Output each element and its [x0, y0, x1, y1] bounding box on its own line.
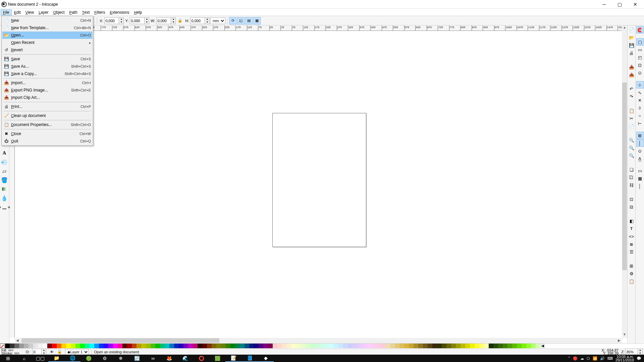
group-icon[interactable]: ⊡	[628, 195, 635, 203]
color-swatch[interactable]	[273, 344, 277, 348]
vertical-scrollbar[interactable]: ▲ ▼	[622, 25, 627, 338]
color-swatch[interactable]	[202, 344, 207, 348]
tray-wifi-icon[interactable]: 📶	[593, 356, 597, 361]
menu-extensions[interactable]: Extensions	[107, 9, 131, 15]
color-swatch[interactable]	[531, 344, 536, 348]
color-swatch[interactable]	[428, 344, 432, 348]
color-swatch[interactable]	[169, 344, 174, 348]
color-swatch[interactable]	[334, 344, 338, 348]
snap-others-icon[interactable]: ⊞	[636, 132, 644, 139]
x-input[interactable]: ▲▼	[104, 17, 124, 24]
undo-icon[interactable]: ↶	[628, 85, 635, 93]
task-view-button[interactable]: ▢▢	[32, 355, 48, 362]
clone-icon[interactable]: ⿻	[628, 174, 635, 181]
color-swatch[interactable]	[240, 344, 245, 348]
w-input[interactable]: ▲▼	[156, 17, 176, 24]
color-swatch[interactable]	[442, 344, 446, 348]
color-swatch[interactable]	[287, 344, 291, 348]
color-swatch[interactable]	[207, 344, 212, 348]
color-swatch[interactable]	[310, 344, 315, 348]
color-swatch[interactable]	[14, 344, 19, 348]
tray-app-icon[interactable]: 🔴	[573, 356, 578, 361]
minimize-button[interactable]: ─	[597, 1, 612, 8]
menu-filters[interactable]: Filters	[92, 9, 107, 15]
clock[interactable]: 10:05 a.m. 29/11/2019	[615, 355, 634, 362]
color-swatch[interactable]	[268, 344, 273, 348]
color-swatch[interactable]	[212, 344, 216, 348]
tray-volume-icon[interactable]: 🔊	[600, 356, 605, 361]
menu-item-quit[interactable]: ⏻QuitCtrl+Q	[2, 137, 92, 145]
color-swatch[interactable]	[80, 344, 85, 348]
paste-icon[interactable]: 📄	[628, 122, 635, 130]
menu-text[interactable]: Text	[80, 9, 92, 15]
snap-object-center-icon[interactable]: │	[636, 139, 644, 147]
gradient-tool-icon[interactable]	[0, 185, 9, 193]
snap-text-baseline-icon[interactable]: A̲	[636, 155, 644, 162]
color-swatch[interactable]	[371, 344, 376, 348]
color-swatch[interactable]	[451, 344, 456, 348]
color-swatch[interactable]	[437, 344, 442, 348]
color-swatch[interactable]	[475, 344, 479, 348]
color-swatch[interactable]	[381, 344, 385, 348]
text-dialog-icon[interactable]: T	[628, 225, 635, 232]
menu-view[interactable]: View	[23, 9, 36, 15]
color-swatch[interactable]	[113, 344, 118, 348]
color-swatch[interactable]	[484, 344, 489, 348]
layers-icon[interactable]: ≣	[628, 240, 635, 248]
tray-dropbox-icon[interactable]: ⬡	[587, 356, 590, 361]
color-swatch[interactable]	[259, 344, 263, 348]
snap-bbox-edge-icon[interactable]: ▭	[636, 46, 644, 53]
close-button[interactable]: ✕	[628, 1, 643, 8]
tray-cloud-icon[interactable]: ☁	[580, 356, 584, 361]
color-swatch[interactable]	[367, 344, 371, 348]
color-swatch[interactable]	[57, 344, 61, 348]
color-swatch[interactable]	[282, 344, 287, 348]
eraser-tool-icon[interactable]: ▱	[0, 167, 9, 175]
color-swatch[interactable]	[155, 344, 160, 348]
edge-taskbar-icon[interactable]: 🌊	[177, 355, 193, 362]
menu-item-revert[interactable]: ↺Revert	[2, 46, 92, 54]
color-swatch[interactable]	[141, 344, 146, 348]
color-swatch[interactable]	[536, 344, 540, 348]
layer-select[interactable]: ◆Layer 1	[65, 349, 89, 355]
menu-item-save[interactable]: 💾SaveCtrl+S	[2, 55, 92, 63]
color-swatch[interactable]	[343, 344, 348, 348]
affect-stroke-icon[interactable]: ⟳	[229, 17, 236, 24]
menu-item-save-a-copy[interactable]: 💾Save a Copy...Shift+Ctrl+Alt+S	[2, 70, 92, 77]
duplicate-icon[interactable]: ❏	[628, 166, 635, 173]
menu-item-new-from-template[interactable]: 📄New from Template...Ctrl+Alt+N	[2, 24, 92, 32]
color-swatch[interactable]	[296, 344, 301, 348]
app-taskbar-icon[interactable]: 🟢	[80, 355, 97, 362]
snap-bbox-icon[interactable]: ▢	[636, 38, 644, 46]
docprops-icon[interactable]: 📋	[628, 278, 635, 285]
zoom-page-icon[interactable]: 🔍	[628, 152, 635, 159]
color-swatch[interactable]	[489, 344, 493, 348]
menu-item-document-properties[interactable]: 📋Document Properties...Shift+Ctrl+D	[2, 121, 92, 128]
color-swatch[interactable]	[526, 344, 531, 348]
menu-item-open[interactable]: 📂Open...Ctrl+O	[2, 32, 92, 39]
snap-bbox-corner-icon[interactable]: ◰	[636, 54, 644, 61]
menu-layer[interactable]: Layer	[36, 9, 51, 15]
snap-grid-icon[interactable]: ▦	[636, 175, 644, 182]
color-swatch[interactable]	[5, 344, 10, 348]
align-icon[interactable]: ⊞	[628, 262, 635, 269]
maximize-button[interactable]: ▢	[612, 1, 627, 8]
color-swatch[interactable]	[188, 344, 193, 348]
import-icon[interactable]: 📥	[628, 63, 635, 71]
color-swatch[interactable]	[245, 344, 249, 348]
color-swatch[interactable]	[263, 344, 268, 348]
color-swatch[interactable]	[385, 344, 390, 348]
color-swatch[interactable]	[19, 344, 24, 348]
color-swatch[interactable]	[108, 344, 113, 348]
color-swatch[interactable]	[24, 344, 29, 348]
menu-item-import[interactable]: 📥Import...Ctrl+I	[2, 79, 92, 86]
menu-item-print[interactable]: 🖨Print...Ctrl+P	[2, 103, 92, 110]
color-swatch[interactable]	[353, 344, 357, 348]
snap-cusp-icon[interactable]: ◊	[636, 104, 644, 112]
unit-select[interactable]: mm	[210, 17, 225, 24]
save-doc-icon[interactable]: 💾	[628, 42, 635, 49]
fill-stroke-icon[interactable]: ◧	[628, 217, 635, 225]
ungroup-icon[interactable]: ⊟	[628, 203, 635, 210]
color-swatch[interactable]	[291, 344, 296, 348]
prefs-icon[interactable]: ⚙	[628, 270, 635, 277]
